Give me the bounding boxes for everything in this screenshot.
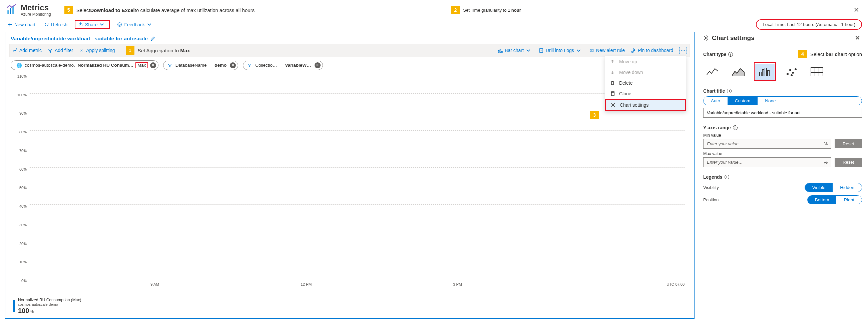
svg-point-20 [792, 72, 794, 73]
more-menu-button[interactable]: ⋯ [679, 47, 687, 54]
info-icon[interactable]: i [733, 125, 738, 130]
legend-position-label: Position [703, 197, 718, 202]
instruction-1: Set Aggregation to Max [138, 48, 190, 53]
filter-pill-database[interactable]: DatabaseName=demo ✕ [163, 61, 239, 70]
globe-icon: 🌐 [15, 63, 23, 68]
filter-pill-collection[interactable]: Collectio…=VariableW… ✕ [243, 61, 322, 70]
chart-panel: Variable/unpredictable workload - suitab… [5, 32, 694, 319]
page-subtitle: Azure Monitoring [21, 12, 51, 17]
gear-icon [703, 35, 709, 41]
svg-rect-23 [811, 67, 823, 76]
svg-point-21 [795, 69, 796, 70]
legend-position-toggle[interactable]: Bottom Right [807, 195, 862, 204]
remove-filter-icon[interactable]: ✕ [230, 62, 236, 68]
legend-hidden[interactable]: Hidden [833, 183, 862, 192]
svg-rect-11 [612, 93, 614, 96]
callout-3: 3 [590, 111, 599, 119]
svg-point-5 [120, 24, 120, 24]
ctx-clone[interactable]: Clone [605, 88, 686, 99]
close-button[interactable]: ✕ [851, 5, 862, 15]
chart-title-input[interactable] [703, 108, 862, 118]
svg-point-22 [791, 75, 792, 76]
yaxis-max-input[interactable]: Enter your value…% [703, 157, 831, 167]
legend-visibility-toggle[interactable]: Visible Hidden [805, 183, 862, 192]
title-custom[interactable]: Custom [727, 97, 758, 105]
svg-point-4 [119, 24, 119, 24]
chart-title-mode[interactable]: Auto Custom None [703, 96, 862, 105]
chart-title: Variable/unpredictable workload - suitab… [11, 36, 148, 42]
svg-rect-17 [768, 71, 769, 76]
ctx-move-down: Move down [605, 67, 686, 78]
instruction-2: Set Time granularity to 1 hour [463, 8, 521, 13]
pin-to-dashboard-button[interactable]: Pin to dashboard [631, 48, 673, 53]
chart-type-scatter[interactable] [782, 64, 801, 80]
svg-rect-16 [765, 68, 767, 76]
chart-type-bar[interactable] [755, 64, 775, 80]
svg-rect-0 [7, 10, 9, 14]
share-button[interactable]: Share [75, 20, 110, 29]
page-title: Metrics [21, 3, 51, 12]
refresh-button[interactable]: Refresh [43, 21, 69, 28]
yaxis-max-reset[interactable]: Reset [835, 158, 862, 167]
legend-visibility-label: Visibility [703, 185, 719, 190]
svg-rect-7 [500, 49, 501, 52]
ctx-chart-settings[interactable]: Chart settings [605, 99, 686, 111]
info-icon[interactable]: i [724, 175, 729, 179]
info-icon[interactable]: i [727, 89, 732, 93]
ctx-move-up: Move up [605, 56, 686, 67]
edit-title-icon[interactable] [150, 36, 155, 41]
aggregation-value[interactable]: Max [135, 62, 148, 68]
add-metric-button[interactable]: Add metric [12, 48, 42, 53]
svg-point-12 [613, 104, 614, 106]
legend-swatch [13, 300, 15, 312]
legend-bottom[interactable]: Bottom [808, 196, 837, 204]
chart-settings-panel: Chart settings ✕ Chart typei 4 Select ba… [700, 32, 863, 319]
yaxis-min-input[interactable]: Enter your value…% [703, 139, 831, 149]
chart-area: UTC-07:00 0%10%20%30%40%50%60%70%80%90%1… [12, 73, 687, 294]
svg-point-3 [118, 23, 121, 26]
yaxis-min-reset[interactable]: Reset [835, 139, 862, 148]
svg-rect-6 [498, 50, 499, 52]
feedback-button[interactable]: Feedback [116, 21, 155, 28]
remove-filter-icon[interactable]: ✕ [315, 62, 320, 68]
info-icon[interactable]: i [728, 52, 733, 57]
callout-5: 5 [64, 6, 73, 14]
time-range-picker[interactable]: Local Time: Last 12 hours (Automatic - 1… [756, 19, 862, 30]
remove-metric-icon[interactable]: ✕ [150, 62, 156, 68]
metrics-icon [6, 4, 17, 16]
svg-rect-8 [501, 51, 502, 52]
instruction-5: Select Download to Excel to calculate av… [76, 7, 254, 13]
metric-pill[interactable]: 🌐 cosmos-autoscale-demo, Normalized RU C… [11, 60, 158, 70]
svg-point-19 [789, 69, 791, 71]
chart-type-dropdown[interactable]: Bar chart [498, 48, 533, 53]
ctx-delete[interactable]: Delete [605, 78, 686, 88]
chart-context-menu: Move up Move down Delete Clone Chart set… [605, 56, 686, 111]
svg-rect-14 [760, 72, 761, 76]
callout-1: 1 [126, 46, 134, 55]
chart-type-area[interactable] [728, 64, 748, 80]
legend-visible[interactable]: Visible [805, 183, 833, 192]
add-filter-button[interactable]: Add filter [48, 48, 73, 53]
title-auto[interactable]: Auto [704, 97, 727, 105]
title-none[interactable]: None [757, 97, 783, 105]
new-chart-button[interactable]: New chart [6, 21, 37, 28]
svg-rect-9 [540, 48, 543, 52]
timezone-label: UTC-07:00 [666, 282, 684, 286]
callout-4: 4 [798, 50, 807, 58]
svg-rect-15 [762, 69, 764, 76]
instruction-4: Select bar chart option [810, 51, 862, 57]
new-alert-rule-button[interactable]: New alert rule [589, 48, 625, 53]
svg-rect-1 [10, 8, 11, 14]
close-panel-button[interactable]: ✕ [853, 34, 862, 42]
callout-2: 2 [451, 6, 460, 14]
legend-right[interactable]: Right [836, 196, 862, 204]
apply-splitting-button[interactable]: Apply splitting [79, 48, 115, 53]
chart-type-grid[interactable] [807, 64, 827, 80]
chart-type-line[interactable] [703, 64, 722, 80]
svg-rect-2 [12, 6, 14, 14]
chart-legend: Normalized RU Consumption (Max) cosmos-a… [5, 296, 694, 318]
svg-point-18 [787, 73, 788, 75]
svg-point-13 [705, 37, 707, 39]
drill-into-logs-button[interactable]: Drill into Logs [539, 48, 583, 53]
